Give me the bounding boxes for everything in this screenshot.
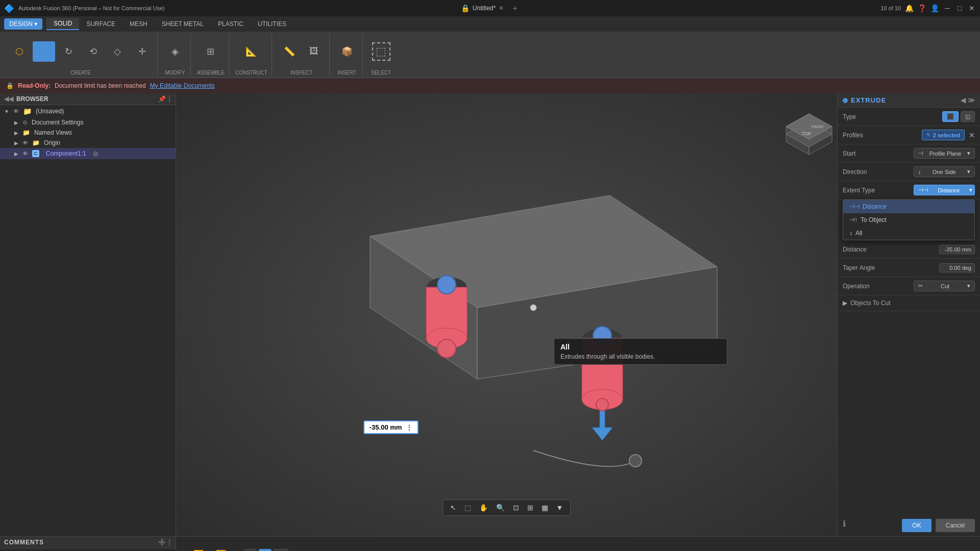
modify-btn[interactable]: ◈: [164, 41, 186, 62]
eye-icon[interactable]: 👁: [13, 108, 19, 114]
orbit-btn[interactable]: ✋: [476, 502, 491, 513]
design-menu[interactable]: DESIGN ▾: [4, 18, 42, 30]
create-btn-1[interactable]: ⬡: [8, 41, 31, 62]
tab-mesh[interactable]: MESH: [122, 18, 155, 30]
browser-expand-icon[interactable]: │: [168, 95, 172, 103]
objects-to-cut-header[interactable]: ▶ Objects To Cut: [843, 299, 975, 307]
start-dropdown[interactable]: ⊣ Profile Plane ▾: [914, 148, 975, 159]
distance-more-icon[interactable]: ⋮: [406, 423, 412, 431]
insert-label[interactable]: INSERT: [337, 70, 356, 76]
eye-icon-comp[interactable]: 👁: [22, 151, 28, 157]
extrude-collapse-icon[interactable]: ◀: [961, 96, 966, 104]
tab-surface[interactable]: SURFACE: [79, 18, 122, 30]
display-btn[interactable]: ▼: [553, 502, 567, 513]
distance-input-box[interactable]: -35.00 mm ⋮: [363, 420, 419, 434]
assemble-btn[interactable]: ⊞: [200, 41, 222, 62]
create-label[interactable]: CREATE: [70, 70, 91, 76]
select-btn[interactable]: ⬚: [369, 40, 394, 63]
profiles-selector-btn[interactable]: ↖ 2 selected: [922, 130, 965, 140]
popup-item-to-object[interactable]: ⊣↑ To Object: [843, 213, 974, 227]
sweep-btn[interactable]: ⟲: [82, 41, 104, 62]
extrude-more-icon[interactable]: ≫: [968, 96, 975, 104]
close-btn[interactable]: ✕: [968, 4, 976, 12]
assemble-label[interactable]: ASSEMBLE: [197, 70, 225, 76]
cancel-button[interactable]: Cancel: [936, 519, 975, 532]
readonly-message: Document limit has been reached: [55, 82, 146, 89]
cursor-btn[interactable]: ↖: [447, 502, 459, 513]
user-icon[interactable]: 👤: [930, 4, 939, 12]
browser-item-origin[interactable]: ▶ 👁 📁 Origin: [0, 138, 176, 148]
direction-dropdown[interactable]: ↕ One Side ▾: [914, 166, 975, 177]
profiles-control: ↖ 2 selected ✕: [884, 130, 975, 140]
extent-type-label: Extent Type: [843, 187, 884, 194]
comments-add-icon[interactable]: ➕: [158, 539, 166, 546]
tab-sheet-metal[interactable]: SHEET METAL: [155, 18, 211, 30]
minimize-btn[interactable]: ─: [943, 4, 951, 12]
comments-header: COMMENTS ➕ │: [0, 537, 176, 548]
popup-item-distance[interactable]: ⊣⊣ Distance: [843, 200, 974, 213]
timeline-icon[interactable]: ▤: [259, 549, 272, 552]
target-icon[interactable]: ◎: [93, 150, 98, 157]
browser-item-named-views[interactable]: ▶ 📁 Named Views: [0, 128, 176, 138]
direction-label: Direction: [843, 168, 884, 176]
inspect-btn2[interactable]: 🖼: [303, 41, 325, 62]
browser-item-doc-settings[interactable]: ▶ ⚙ Document Settings: [0, 117, 176, 128]
direction-row: Direction ↕ One Side ▾: [838, 163, 980, 181]
comments-panel: COMMENTS ➕ │: [0, 536, 176, 551]
editable-docs-link[interactable]: My Editable Documents: [150, 82, 215, 89]
nav-cube[interactable]: TOP FRONT: [781, 98, 832, 149]
folder-icon-ori: 📁: [32, 139, 40, 146]
maximize-btn[interactable]: □: [955, 4, 964, 12]
taper-angle-input[interactable]: [939, 263, 975, 272]
move-btn[interactable]: ✛: [131, 41, 153, 62]
revolve-icon: ↻: [60, 43, 77, 60]
close-tab-icon[interactable]: ✕: [499, 5, 504, 12]
modify-label[interactable]: MODIFY: [165, 70, 185, 76]
tab-title[interactable]: Untitled*: [473, 5, 496, 12]
profiles-clear-btn[interactable]: ✕: [969, 131, 975, 139]
tab-utilities[interactable]: UTILITIES: [251, 18, 293, 30]
comp-icon: C: [32, 150, 39, 157]
window-btn[interactable]: ⊡: [510, 502, 522, 513]
construct-btn[interactable]: 📐: [240, 41, 262, 62]
surface-type-btn[interactable]: ◱: [961, 111, 975, 122]
comments-expand-icon[interactable]: │: [168, 539, 172, 546]
distance-input[interactable]: [939, 245, 975, 254]
extent-type-dropdown[interactable]: ⊣⊣ Distance ▾: [914, 185, 975, 195]
help-icon[interactable]: ❓: [918, 4, 926, 12]
browser-pin-icon[interactable]: 📌: [158, 95, 166, 103]
zoom-btn[interactable]: 🔍: [493, 502, 508, 513]
revolve-btn[interactable]: ↻: [57, 41, 80, 62]
popup-item-all[interactable]: ↕ All: [843, 227, 974, 240]
viewport[interactable]: All Extrudes through all visible bodies.…: [176, 93, 837, 536]
insert-btn[interactable]: 📦: [336, 41, 358, 62]
construct-label[interactable]: CONSTRUCT: [235, 70, 267, 76]
new-tab-icon[interactable]: ＋: [511, 3, 519, 14]
grid-btn[interactable]: ⊞: [524, 502, 536, 513]
sketch-icon[interactable]: ⬡: [244, 549, 257, 552]
browser-item-unsaved[interactable]: ▼ 👁 📁 (Unsaved): [0, 105, 176, 117]
solid-type-btn[interactable]: ⬛: [942, 111, 959, 122]
extrude-btn[interactable]: ▲: [33, 41, 55, 62]
selection-btn[interactable]: ⬚: [461, 502, 474, 513]
tab-plastic[interactable]: PLASTIC: [211, 18, 251, 30]
info-icon[interactable]: ℹ: [843, 519, 846, 532]
browser-item-component[interactable]: ▶ 👁 C Component1:1 ◎: [0, 148, 176, 159]
inspect-label[interactable]: INSPECT: [290, 70, 312, 76]
cursor-icon: ↖: [926, 132, 931, 138]
inspect-btn[interactable]: 📏: [278, 41, 301, 62]
operation-dropdown[interactable]: ✂ Cut ▾: [914, 281, 975, 291]
browser-collapse-icon[interactable]: ◀◀: [4, 95, 13, 103]
objects-to-cut-section: ▶ Objects To Cut: [838, 295, 980, 311]
profiles-row: Profiles ↖ 2 selected ✕: [838, 126, 980, 144]
notification-icon[interactable]: 🔔: [905, 4, 914, 12]
camera-icon[interactable]: 📷: [274, 549, 288, 552]
insert-icon: 📦: [339, 43, 355, 60]
tab-solid[interactable]: SOLID: [46, 18, 79, 30]
select-label[interactable]: SELECT: [371, 70, 391, 76]
eye-icon-ori[interactable]: 👁: [22, 140, 28, 146]
loft-btn[interactable]: ◇: [106, 41, 129, 62]
ok-button[interactable]: OK: [902, 519, 931, 532]
direction-control: ↕ One Side ▾: [884, 166, 975, 177]
view-btn[interactable]: ▦: [538, 502, 551, 513]
